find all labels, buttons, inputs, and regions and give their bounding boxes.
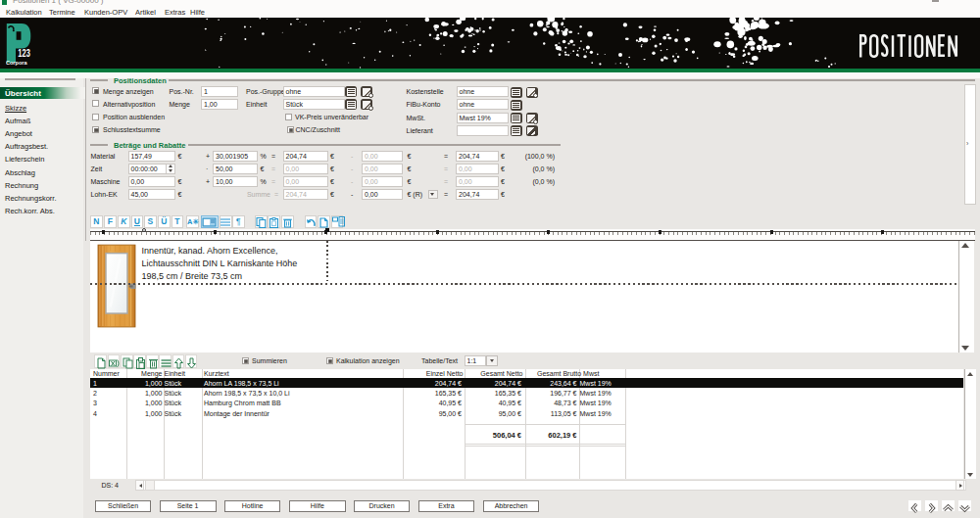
svg-text:123: 123: [18, 48, 30, 59]
svg-text:Corpora: Corpora: [6, 60, 28, 66]
